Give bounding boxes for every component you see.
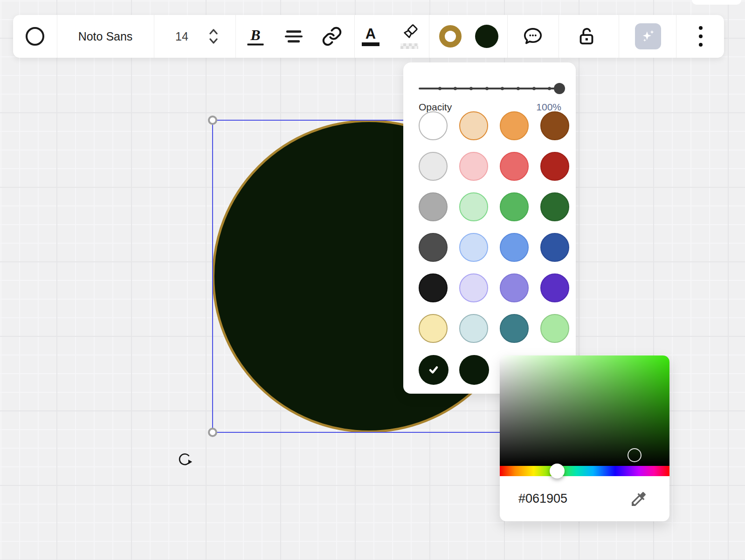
opacity-slider-handle[interactable] bbox=[554, 83, 565, 94]
eyedropper-button[interactable] bbox=[629, 490, 648, 510]
stroke-color-button[interactable] bbox=[439, 25, 462, 48]
text-color-icon: A bbox=[362, 27, 379, 46]
swatch-light-blue[interactable] bbox=[459, 233, 488, 262]
recent-row bbox=[419, 355, 489, 385]
font-size-stepper[interactable] bbox=[208, 27, 219, 46]
swatch-pale-yellow[interactable] bbox=[419, 314, 448, 343]
swatch-dark-red[interactable] bbox=[540, 152, 569, 181]
text-align-button[interactable] bbox=[285, 30, 303, 42]
toolbar-divider bbox=[57, 15, 57, 58]
swatch-gray[interactable] bbox=[419, 192, 448, 221]
swatch-orange[interactable] bbox=[500, 111, 529, 140]
bold-icon: B bbox=[250, 27, 260, 42]
hex-color-value[interactable]: #061905 bbox=[518, 476, 567, 521]
swatch-dark-purple[interactable] bbox=[540, 273, 569, 302]
toolbar-divider bbox=[354, 15, 355, 58]
hue-slider[interactable] bbox=[500, 466, 669, 476]
swatch-purple[interactable] bbox=[500, 273, 529, 302]
eyedropper-icon bbox=[629, 490, 648, 508]
swatch-teal[interactable] bbox=[500, 314, 529, 343]
shape-tool-button[interactable] bbox=[26, 27, 44, 46]
swatch-red[interactable] bbox=[500, 152, 529, 181]
font-size-input[interactable]: 14 bbox=[175, 30, 188, 43]
toolbar-divider bbox=[559, 15, 559, 58]
swatch-pale-cyan[interactable] bbox=[459, 314, 488, 343]
swatch-dark-green[interactable] bbox=[540, 192, 569, 221]
more-options-button[interactable] bbox=[699, 26, 703, 47]
picker-footer: #061905 bbox=[500, 476, 669, 521]
circle-shape-icon bbox=[26, 27, 44, 46]
chevron-down-icon bbox=[210, 39, 217, 43]
toolbar-divider bbox=[235, 15, 236, 58]
text-color-button[interactable]: A bbox=[362, 27, 379, 46]
swatch-green[interactable] bbox=[500, 192, 529, 221]
saturation-cursor[interactable] bbox=[628, 448, 642, 462]
fill-color-button[interactable] bbox=[475, 25, 498, 48]
opacity-tick[interactable] bbox=[438, 87, 441, 90]
toolbar-divider bbox=[507, 15, 508, 58]
swatch-pink[interactable] bbox=[459, 152, 488, 181]
top-right-partial-panel bbox=[692, 0, 741, 5]
comment-button[interactable] bbox=[522, 26, 544, 47]
toolbar-divider bbox=[429, 15, 429, 58]
opacity-tick[interactable] bbox=[501, 87, 504, 90]
comment-icon bbox=[522, 26, 544, 47]
opacity-tick[interactable] bbox=[454, 87, 457, 90]
swatch-blue[interactable] bbox=[500, 233, 529, 262]
opacity-slider[interactable] bbox=[419, 88, 561, 89]
opacity-tick[interactable] bbox=[517, 87, 520, 90]
swatch-light-orange[interactable] bbox=[459, 111, 488, 140]
toolbar-divider bbox=[676, 15, 676, 58]
swatch-light-green[interactable] bbox=[459, 192, 488, 221]
recent-color-swatch[interactable] bbox=[459, 355, 489, 385]
swatch-dark-gray[interactable] bbox=[419, 233, 448, 262]
chevron-up-icon bbox=[210, 30, 217, 34]
opacity-tick[interactable] bbox=[469, 87, 473, 90]
toolbar-divider bbox=[154, 15, 154, 58]
link-icon bbox=[322, 26, 342, 47]
opacity-tick[interactable] bbox=[548, 87, 551, 90]
resize-handle-top-left[interactable] bbox=[208, 116, 217, 125]
font-size-value: 14 bbox=[175, 30, 188, 43]
lock-button[interactable] bbox=[576, 26, 597, 47]
link-button[interactable] bbox=[322, 26, 342, 47]
ai-magic-button[interactable] bbox=[635, 23, 661, 49]
opacity-tick[interactable] bbox=[485, 87, 489, 90]
highlight-button[interactable] bbox=[398, 23, 420, 50]
bold-button[interactable]: B bbox=[248, 27, 264, 46]
resize-handle-bottom-left[interactable] bbox=[208, 428, 217, 437]
swatch-dark-blue[interactable] bbox=[540, 233, 569, 262]
stroke-color-ring-icon bbox=[439, 25, 462, 48]
opacity-tick[interactable] bbox=[532, 87, 536, 90]
custom-color-picker: #061905 bbox=[500, 355, 669, 521]
transparency-checker bbox=[400, 43, 418, 49]
highlighter-icon bbox=[399, 23, 419, 43]
saturation-value-area[interactable] bbox=[500, 355, 669, 466]
font-family-select[interactable]: Noto Sans bbox=[78, 30, 133, 43]
swatch-brown[interactable] bbox=[540, 111, 569, 140]
rotate-icon[interactable] bbox=[177, 452, 193, 470]
swatch-white[interactable] bbox=[419, 111, 448, 140]
align-center-icon bbox=[285, 30, 303, 42]
unlock-icon bbox=[576, 26, 597, 47]
font-family-value: Noto Sans bbox=[78, 30, 133, 43]
color-swatch-panel: Opacity 100% bbox=[403, 62, 576, 394]
toolbar-divider bbox=[619, 15, 619, 58]
swatch-light-gray[interactable] bbox=[419, 152, 448, 181]
swatch-lavender[interactable] bbox=[459, 273, 488, 302]
fill-color-circle-icon bbox=[475, 25, 498, 48]
selected-color-swatch[interactable] bbox=[419, 355, 448, 385]
sparkles-icon bbox=[640, 28, 656, 44]
checkmark-icon bbox=[427, 363, 441, 377]
kebab-menu-icon bbox=[699, 26, 703, 47]
swatch-grid bbox=[419, 111, 569, 343]
swatch-mint[interactable] bbox=[540, 314, 569, 343]
context-toolbar: Noto Sans 14 B A bbox=[13, 15, 724, 58]
swatch-black[interactable] bbox=[419, 273, 448, 302]
